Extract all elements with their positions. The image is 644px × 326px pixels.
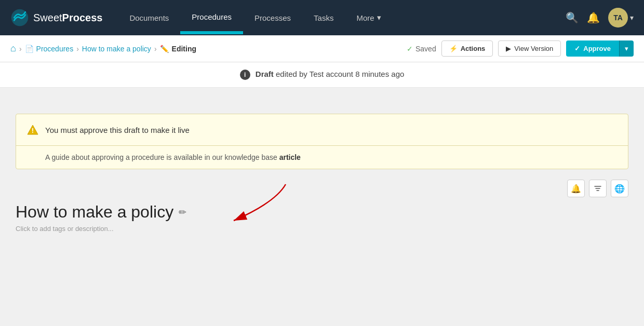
svg-text:!: ! xyxy=(32,127,34,134)
nav-tasks[interactable]: Tasks xyxy=(302,2,345,34)
lightning-icon: ⚡ xyxy=(449,45,458,52)
content-toolbar: 🔔 🌐 xyxy=(16,180,628,197)
title-edit-icon[interactable]: ✏ xyxy=(179,207,186,218)
breadcrumb-sep-3: › xyxy=(154,45,157,53)
sort-toolbar-button[interactable] xyxy=(589,180,607,197)
top-nav: SweetProcess Documents Procedures Proces… xyxy=(0,0,644,35)
info-icon: i xyxy=(240,70,250,80)
breadcrumb-sep-2: › xyxy=(76,45,79,53)
check-approve-icon: ✓ xyxy=(574,45,580,52)
saved-status: ✓ Saved xyxy=(407,45,436,53)
breadcrumb-home[interactable]: ⌂ xyxy=(10,43,16,54)
actions-button[interactable]: ⚡ Actions xyxy=(441,40,493,57)
notification-button[interactable]: 🔔 xyxy=(587,11,600,24)
tags-placeholder[interactable]: Click to add tags or description... xyxy=(16,225,628,233)
breadcrumb-sep-1: › xyxy=(19,45,22,53)
warning-icon: ! xyxy=(26,124,39,136)
page-title: How to make a policy ✏ xyxy=(16,202,628,222)
logo-text: SweetProcess xyxy=(33,12,102,24)
nav-processes[interactable]: Processes xyxy=(243,2,302,34)
approve-group: ✓ Approve ▾ xyxy=(566,40,634,57)
draft-info-bar: i Draft edited by Test account 8 minutes… xyxy=(0,62,644,88)
pencil-icon: ✏️ xyxy=(160,45,169,53)
approve-button[interactable]: ✓ Approve xyxy=(566,40,619,57)
avatar[interactable]: TA xyxy=(608,8,628,28)
approve-dropdown-button[interactable]: ▾ xyxy=(619,40,634,57)
breadcrumb-policy[interactable]: How to make a policy xyxy=(82,45,151,53)
logo[interactable]: SweetProcess xyxy=(10,8,102,27)
nav-items: Documents Procedures Processes Tasks Mor… xyxy=(118,1,560,34)
breadcrumb-items: ⌂ › 📄 Procedures › How to make a policy … xyxy=(10,43,401,54)
notification-toolbar-button[interactable]: 🔔 xyxy=(567,180,585,197)
warning-body: A guide about approving a procedure is a… xyxy=(16,146,628,169)
play-icon: ▶ xyxy=(506,45,511,52)
breadcrumb-actions: ✓ Saved ⚡ Actions ▶ View Version ✓ Appro… xyxy=(407,40,634,57)
knowledge-base-link[interactable]: article xyxy=(279,153,301,161)
breadcrumb-editing: ✏️ Editing xyxy=(160,45,196,53)
check-icon: ✓ xyxy=(407,45,413,53)
nav-right: 🔍 🔔 TA ▾ xyxy=(566,8,634,28)
draft-label: Draft xyxy=(256,70,274,78)
breadcrumb-procedures[interactable]: 📄 Procedures xyxy=(25,45,74,53)
nav-more[interactable]: More ▾ xyxy=(345,2,392,34)
page-title-text: How to make a policy xyxy=(16,202,173,222)
document-icon: 📄 xyxy=(25,45,34,53)
user-menu[interactable]: TA ▾ xyxy=(608,8,634,28)
warning-box: ! You must approve this draft to make it… xyxy=(16,114,628,169)
approve-chevron-icon: ▾ xyxy=(625,45,628,52)
avatar-chevron: ▾ xyxy=(630,13,634,22)
arrow-container: How to make a policy ✏ xyxy=(16,202,628,222)
warning-header: ! You must approve this draft to make it… xyxy=(16,114,628,146)
chevron-down-icon: ▾ xyxy=(377,13,381,22)
nav-procedures[interactable]: Procedures xyxy=(180,1,243,34)
nav-documents[interactable]: Documents xyxy=(118,2,180,34)
main-content: ! You must approve this draft to make it… xyxy=(0,88,644,243)
draft-text: edited by Test account 8 minutes ago xyxy=(276,70,404,78)
content-area: 🔔 🌐 How to make a policy ✏ xyxy=(16,180,628,233)
globe-toolbar-button[interactable]: 🌐 xyxy=(611,180,628,197)
view-version-button[interactable]: ▶ View Version xyxy=(498,40,561,57)
breadcrumb-bar: ⌂ › 📄 Procedures › How to make a policy … xyxy=(0,35,644,62)
search-button[interactable]: 🔍 xyxy=(566,11,579,24)
warning-title: You must approve this draft to make it l… xyxy=(45,126,190,134)
